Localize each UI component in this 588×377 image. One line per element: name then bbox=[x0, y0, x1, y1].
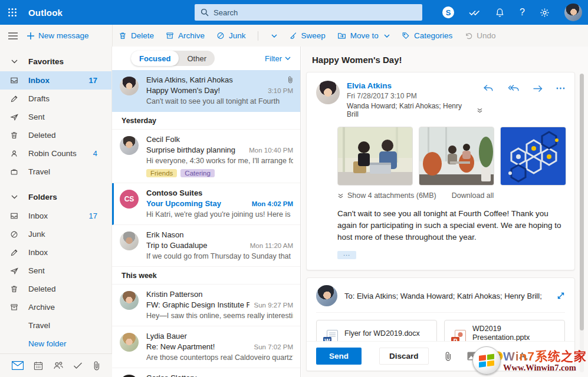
list-item[interactable]: Cecil Folk Surprise birthday planning Mo… bbox=[112, 130, 300, 183]
unread-count: 17 bbox=[89, 76, 97, 85]
sidebar-item-deleted[interactable]: Deleted bbox=[0, 126, 111, 144]
sidebar-folder-inbox-2[interactable]: Inbox bbox=[0, 243, 111, 262]
inbox-icon bbox=[0, 76, 28, 85]
sidebar-item-label: Inbox bbox=[28, 248, 48, 257]
move-to-button[interactable]: Move to bbox=[337, 31, 390, 40]
hamburger-menu-icon[interactable] bbox=[8, 32, 18, 39]
tab-focused[interactable]: Focused bbox=[131, 51, 179, 66]
junk-button[interactable]: Junk bbox=[216, 31, 246, 40]
people-module-icon[interactable] bbox=[53, 361, 64, 370]
download-all-link[interactable]: Download all bbox=[452, 191, 494, 200]
list-item[interactable]: CS Contoso Suites Your Upcoming Stay Mon… bbox=[112, 183, 300, 225]
reading-scrollbar bbox=[580, 74, 584, 372]
attachment-name: WD2019 Presentation.pptx bbox=[472, 325, 559, 342]
sidebar-folder-travel[interactable]: Travel bbox=[0, 316, 111, 335]
undo-icon bbox=[464, 32, 472, 40]
sidebar-item-robin-counts[interactable]: Robin Counts 4 bbox=[0, 144, 111, 163]
message-sender: Erik Nason bbox=[146, 230, 293, 240]
list-item[interactable]: Lydia Bauer Re: New Apartment! Sun 7:02 … bbox=[112, 326, 300, 368]
list-item[interactable]: Erik Nason Trip to Guadalupe Mon 11:20 A… bbox=[112, 225, 300, 267]
watermark: Win7系统之家 Www.Winwin7.com bbox=[472, 346, 587, 375]
attachment-image-hexagons[interactable] bbox=[500, 127, 566, 186]
filter-button[interactable]: Filter bbox=[265, 54, 291, 63]
unread-count: 4 bbox=[93, 149, 97, 158]
sidebar-item-travel[interactable]: Travel bbox=[0, 163, 111, 181]
category-tag[interactable]: Catering bbox=[180, 169, 214, 177]
list-item[interactable]: Carlos Slattery bbox=[112, 368, 300, 377]
categories-button[interactable]: Categories bbox=[402, 31, 452, 40]
archive-label: Archive bbox=[178, 31, 205, 40]
list-item[interactable]: Kristin Patterson FW: Graphic Design Ins… bbox=[112, 285, 300, 326]
help-icon[interactable]: ? bbox=[520, 7, 525, 18]
undo-button[interactable]: Undo bbox=[464, 31, 495, 40]
message-preview: If we could go from Thursday to Sunday t… bbox=[146, 252, 293, 261]
to-recipients-field[interactable]: To: Elvia Atkins; Wanda Howard; Katri Ah… bbox=[344, 292, 550, 300]
list-item[interactable]: Elvia Atkins, Katri Ahokas Happy Women's… bbox=[112, 70, 300, 112]
archive-button[interactable]: Archive bbox=[166, 31, 205, 40]
search-box[interactable] bbox=[195, 4, 422, 21]
tasks-check-icon[interactable] bbox=[469, 8, 480, 16]
sidebar-item-inbox[interactable]: Inbox 17 bbox=[0, 71, 111, 90]
mail-module-icon[interactable] bbox=[12, 361, 24, 370]
archive-icon bbox=[166, 31, 174, 40]
delete-button[interactable]: Delete bbox=[119, 31, 154, 40]
sender-avatar[interactable] bbox=[316, 81, 340, 104]
avatar bbox=[120, 136, 139, 155]
sidebar-item-label: Archive bbox=[28, 303, 55, 312]
sweep-label: Sweep bbox=[301, 31, 326, 40]
sidebar-item-sent[interactable]: Sent bbox=[0, 108, 111, 126]
search-input[interactable] bbox=[213, 8, 416, 17]
skype-icon[interactable]: S bbox=[442, 6, 454, 18]
show-attachments-link[interactable]: Show 4 attachments (6MB) bbox=[337, 191, 436, 200]
reply-icon[interactable] bbox=[483, 84, 494, 92]
account-avatar[interactable] bbox=[564, 4, 582, 21]
message-time: Mon 10:40 PM bbox=[249, 145, 293, 155]
attachments-module-icon[interactable] bbox=[93, 361, 100, 371]
favorites-header[interactable]: Favorites bbox=[0, 51, 111, 71]
calendar-module-icon[interactable] bbox=[34, 361, 43, 371]
sidebar-folder-junk[interactable]: Junk bbox=[0, 225, 111, 243]
avatar bbox=[120, 291, 139, 310]
tasks-module-icon[interactable] bbox=[73, 362, 83, 369]
more-options-icon[interactable] bbox=[556, 87, 565, 90]
watermark-title: Win7系统之家 bbox=[503, 349, 587, 363]
module-switcher bbox=[0, 353, 112, 377]
sidebar-folder-sent[interactable]: Sent bbox=[0, 262, 111, 280]
reply-all-icon[interactable] bbox=[507, 84, 519, 92]
sidebar-folder-archive[interactable]: Archive bbox=[0, 298, 111, 316]
attachment-previews bbox=[337, 127, 565, 186]
discard-button[interactable]: Discard bbox=[379, 348, 429, 365]
tab-other[interactable]: Other bbox=[179, 51, 215, 66]
folders-header[interactable]: Folders bbox=[0, 187, 111, 207]
sidebar-folder-inbox[interactable]: Inbox 17 bbox=[0, 207, 111, 225]
app-launcher-icon[interactable] bbox=[0, 0, 25, 25]
double-chevron-down-icon[interactable] bbox=[477, 108, 483, 113]
forward-icon[interactable] bbox=[533, 85, 543, 92]
notifications-bell-icon[interactable] bbox=[495, 8, 505, 18]
block-icon bbox=[0, 230, 28, 239]
sidebar-folder-deleted[interactable]: Deleted bbox=[0, 280, 111, 298]
attachment-image-office-meeting[interactable] bbox=[419, 127, 494, 186]
show-quoted-text-button[interactable]: ... bbox=[337, 251, 356, 259]
attachment-image-office-women[interactable] bbox=[337, 127, 413, 186]
message-sender: Elvia Atkins, Katri Ahokas bbox=[146, 75, 293, 85]
sidebar-item-drafts[interactable]: Drafts bbox=[0, 90, 111, 108]
send-button[interactable]: Send bbox=[316, 348, 362, 365]
attach-file-icon[interactable] bbox=[444, 352, 452, 361]
new-message-button[interactable]: New message bbox=[27, 31, 89, 40]
message-card: Elvia Atkins Fri 7/28/2017 3:10 PM Wanda… bbox=[306, 72, 575, 270]
category-tag[interactable]: Friends bbox=[146, 169, 177, 177]
double-chevron-down-icon bbox=[337, 193, 344, 199]
message-sender: Contoso Suites bbox=[146, 188, 293, 198]
sidebar-item-label: Robin Counts bbox=[28, 149, 77, 158]
junk-chevron-icon[interactable] bbox=[271, 34, 277, 38]
new-folder-button[interactable]: New folder bbox=[0, 335, 111, 353]
sweep-broom-icon bbox=[289, 31, 297, 40]
message-time: Sun 9:27 PM bbox=[254, 300, 293, 310]
expand-compose-icon[interactable] bbox=[557, 292, 565, 300]
sweep-button[interactable]: Sweep bbox=[289, 31, 326, 40]
scrollbar-thumb[interactable] bbox=[580, 74, 584, 330]
sender-name[interactable]: Elvia Atkins bbox=[347, 81, 483, 91]
settings-gear-icon[interactable] bbox=[540, 8, 550, 18]
list-group-header: This week bbox=[112, 267, 300, 285]
